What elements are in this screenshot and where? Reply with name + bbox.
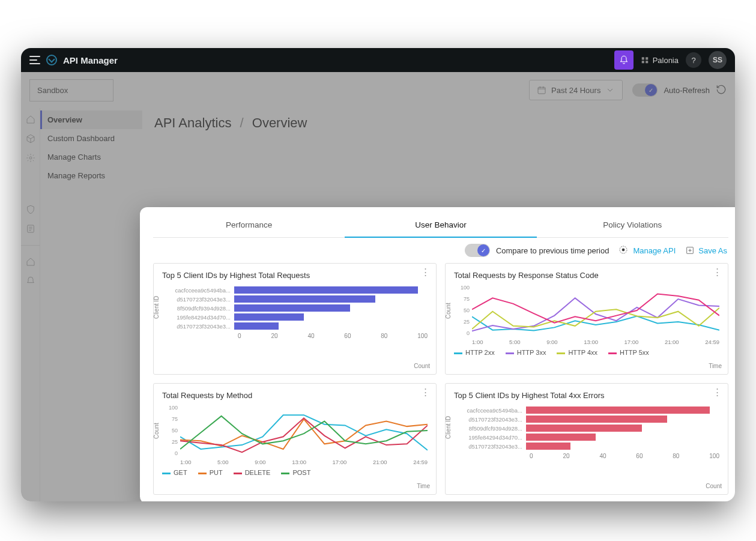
bar-label: d5170723f32043e3... [162, 296, 234, 303]
panel-menu-icon[interactable]: ⋮ [713, 271, 722, 273]
bar-label: 8f509dfcf9394d928... [454, 425, 526, 432]
topbar: API Manager Palonia ? SS [21, 48, 735, 72]
legend-item: DELETE [234, 469, 271, 476]
legend: HTTP 2xxHTTP 3xxHTTP 4xxHTTP 5xx [454, 345, 719, 356]
legend-item: POST [281, 469, 310, 476]
tab-user-behavior[interactable]: User Behavior [345, 214, 536, 238]
bar-label: cacfcceea9c5494ba... [454, 407, 526, 414]
legend-item: HTTP 4xx [557, 349, 597, 356]
legend-item: HTTP 2xx [454, 349, 495, 356]
bar-label: 195fe84294d34d70... [454, 434, 526, 441]
bar-chart: cacfcceea9c5494ba...d5170723f32043e3...8… [454, 406, 719, 450]
bar-chart: cacfcceea9c5494ba...d5170723f32043e3...8… [162, 286, 428, 330]
save-as-link[interactable]: Save As [685, 246, 727, 255]
y-axis-label: Count [445, 303, 452, 319]
bar-fill [526, 425, 642, 432]
user-avatar[interactable]: SS [709, 51, 727, 69]
bar-fill [526, 416, 667, 423]
tab-performance[interactable]: Performance [153, 214, 345, 237]
x-ticks: 1:005:009:0013:0017:0021:0024:59 [472, 339, 719, 345]
app-title: API Manager [63, 55, 118, 65]
y-axis-label: Client ID [445, 416, 452, 439]
x-ticks: 1:005:009:0013:0017:0021:0024:59 [180, 459, 428, 465]
bar-row: 195fe84294d34d70... [454, 433, 719, 441]
org-name: Palonia [653, 56, 679, 65]
app-window: API Manager Palonia ? SS Sandbox Past 24… [21, 48, 735, 501]
legend-item: PUT [198, 469, 223, 476]
line-chart: 1007550250 [472, 285, 719, 336]
bar-label: d5170723f32043e3... [162, 323, 234, 330]
modal-tabs: Performance User Behavior Policy Violati… [153, 214, 728, 238]
bar-fill [234, 322, 279, 330]
bar-fill [526, 407, 710, 414]
legend-item: HTTP 5xx [608, 349, 649, 356]
notifications-icon[interactable] [614, 50, 634, 70]
save-as-icon [685, 246, 695, 255]
help-button[interactable]: ? [686, 52, 701, 68]
compare-label: Compare to previous time period [496, 246, 609, 255]
bar-row: d5170723f32043e3... [162, 295, 428, 303]
y-axis-label: Client ID [153, 296, 160, 319]
x-axis-label: Time [417, 483, 430, 489]
y-axis-label: Count [153, 423, 160, 439]
panel-title: Total Requests by Method [162, 391, 428, 400]
svg-point-4 [622, 249, 624, 251]
bar-row: cacfcceea9c5494ba... [162, 286, 428, 294]
legend: GETPUTDELETEPOST [162, 465, 428, 476]
panel-menu-icon[interactable]: ⋮ [421, 271, 430, 273]
bar-row: 8f509dfcf9394d928... [454, 424, 719, 432]
bar-fill [234, 286, 418, 294]
bar-row: 8f509dfcf9394d928... [162, 304, 428, 312]
bar-row: cacfcceea9c5494ba... [454, 406, 719, 414]
bar-fill [234, 304, 350, 312]
legend-item: GET [162, 469, 187, 476]
compare-toggle[interactable] [465, 244, 490, 257]
target-icon [618, 245, 629, 256]
tab-policy-violations[interactable]: Policy Violations [537, 214, 728, 237]
bar-label: 195fe84294d34d70... [162, 314, 234, 321]
bar-label: cacfcceea9c5494ba... [162, 287, 234, 294]
menu-icon[interactable] [29, 56, 40, 64]
app-logo-icon [46, 55, 57, 65]
x-axis-label: Count [706, 483, 722, 489]
panel-menu-icon[interactable]: ⋮ [421, 391, 430, 393]
bar-fill [526, 434, 596, 441]
legend-item: HTTP 3xx [506, 349, 546, 356]
panel-top5-4xx: Top 5 Client IDs by Highest Total 4xx Er… [445, 383, 728, 495]
panel-menu-icon[interactable]: ⋮ [713, 391, 722, 393]
panel-title: Total Requests by Response Status Code [454, 271, 719, 280]
panel-top5-requests: Top 5 Client IDs by Highest Total Reques… [153, 263, 437, 375]
manage-api-link[interactable]: Manage API [618, 245, 676, 256]
line-chart: 1007550250 [180, 405, 428, 456]
x-axis-label: Count [414, 363, 430, 369]
dashboard-modal: Performance User Behavior Policy Violati… [140, 207, 735, 501]
manage-api-label: Manage API [633, 246, 676, 255]
bar-fill [234, 295, 375, 303]
bar-fill [234, 313, 304, 321]
org-switcher[interactable]: Palonia [641, 56, 679, 65]
bar-label: 8f509dfcf9394d928... [162, 305, 234, 312]
x-ticks: 020406080100 [238, 333, 428, 339]
bar-row: d5170723f32043e3... [454, 415, 719, 423]
bar-fill [526, 443, 570, 450]
panel-method: Total Requests by Method ⋮ Count 1007550… [153, 383, 437, 495]
save-as-label: Save As [698, 246, 727, 255]
bar-row: d5170723f32043e3... [162, 322, 428, 330]
panel-status-code: Total Requests by Response Status Code ⋮… [445, 263, 728, 375]
bar-row: d5170723f32043e3... [454, 442, 719, 450]
x-axis-label: Time [709, 363, 722, 369]
x-ticks: 020406080100 [530, 453, 719, 459]
panel-title: Top 5 Client IDs by Highest Total Reques… [162, 271, 428, 280]
bar-label: d5170723f32043e3... [454, 443, 526, 450]
panel-title: Top 5 Client IDs by Highest Total 4xx Er… [454, 391, 719, 400]
bar-row: 195fe84294d34d70... [162, 313, 428, 321]
bar-label: d5170723f32043e3... [454, 416, 526, 423]
